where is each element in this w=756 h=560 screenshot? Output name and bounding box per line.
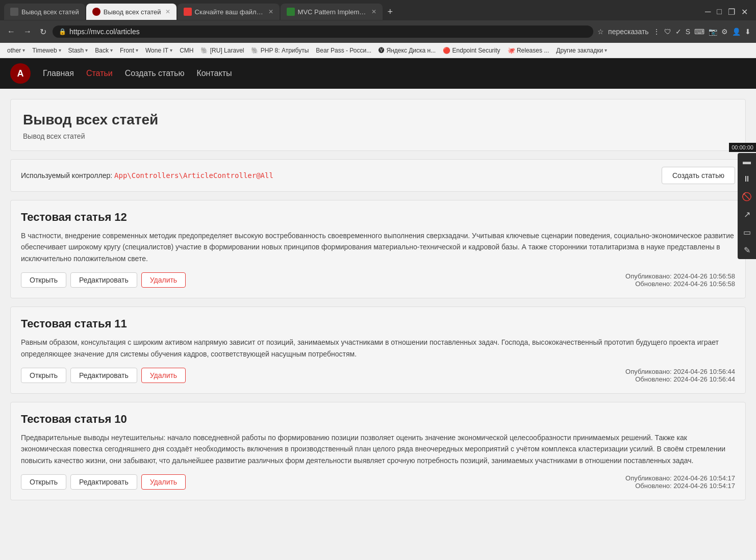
article-footer-10: Открыть Редактировать Удалить Опубликова… [21,474,735,490]
article-actions-10: Открыть Редактировать Удалить [21,474,186,490]
extension-icon-5[interactable]: 📷 [709,28,717,36]
article-footer-12: Открыть Редактировать Удалить Опубликова… [21,272,735,288]
bookmark-php-label: 🐘 PHP 8: Атрибуты [251,47,309,54]
side-icon-6[interactable]: ✎ [744,245,750,255]
download-icon[interactable]: ⬇ [745,28,751,36]
bookmark-cmh[interactable]: CMH [177,46,196,55]
address-input[interactable] [69,28,587,36]
create-article-button[interactable]: Создать статью [662,167,735,184]
app-nav-links: Главная Статьи Создать статью Контакты [43,69,232,78]
bookmark-back-label: Back [95,47,109,54]
extension-icon-1[interactable]: 🛡 [664,28,671,36]
controller-box: Используемый контроллер: App\Controllers… [10,159,746,192]
extension-icon-3[interactable]: S [686,28,690,36]
restore-icon[interactable]: ❐ [728,7,735,17]
nav-articles[interactable]: Статьи [86,69,113,78]
nav-create[interactable]: Создать статью [125,69,185,78]
bookmark-back[interactable]: Back ▾ [92,46,116,55]
tab-title-2: Вывод всех статей [104,8,161,16]
side-icon-4[interactable]: ↗ [744,210,750,219]
delete-button-11[interactable]: Удалить [141,368,186,383]
tab-inactive-1[interactable]: Вывод всех статей [4,4,85,20]
address-input-wrap: 🔒 [53,26,593,38]
articles-list: Тестовая статья 12 В частности, внедрени… [10,200,746,500]
new-tab-button[interactable]: + [384,7,397,17]
updated-10: Обновлено: 2024-04-26 10:54:17 [625,482,735,490]
lock-icon: 🔒 [59,28,66,35]
maximize-icon[interactable]: □ [717,7,722,16]
tab-close-3[interactable]: ✕ [268,8,273,15]
open-button-10[interactable]: Открыть [21,474,66,490]
side-icon-3[interactable]: 🚫 [742,192,752,201]
tab-inactive-3[interactable]: Скачайте ваш файл — Co... ✕ [178,4,280,20]
bookmark-icon[interactable]: ☆ [597,28,604,36]
bookmark-php[interactable]: 🐘 PHP 8: Атрибуты [248,46,312,55]
bookmark-others-label: Другие закладки [556,47,603,54]
bookmark-releases[interactable]: 🐙 Releases ... [505,46,552,55]
edit-button-12[interactable]: Редактировать [70,272,137,288]
menu-dots-icon[interactable]: ⋮ [653,28,660,36]
reload-button[interactable]: ↻ [38,25,48,39]
tab-favicon-2 [92,8,100,16]
side-icon-1[interactable]: ▬ [743,157,751,166]
bookmark-timeweb[interactable]: Timeweb ▾ [29,46,64,55]
published-12: Опубликовано: 2024-04-26 10:56:58 [625,272,735,280]
open-button-12[interactable]: Открыть [21,272,66,288]
article-title-12: Тестовая статья 12 [21,211,735,224]
published-10: Опубликовано: 2024-04-26 10:54:17 [625,474,735,482]
edit-button-10[interactable]: Редактировать [70,474,137,490]
bookmark-front[interactable]: Front ▾ [117,46,141,55]
bookmark-timeweb-arrow: ▾ [59,47,61,53]
app-logo: A [10,63,31,84]
bookmark-woneit-arrow: ▾ [170,47,172,53]
tab-active-2[interactable]: Вывод всех статей ✕ [86,4,177,20]
delete-button-10[interactable]: Удалить [141,474,186,490]
bookmark-bearpass[interactable]: Bear Pass - Росси... [313,46,374,55]
side-icon-2[interactable]: ⏸ [743,174,751,184]
bookmark-other-arrow: ▾ [22,47,25,53]
article-actions-11: Открыть Редактировать Удалить [21,368,186,383]
bookmark-others[interactable]: Другие закладки ▾ [553,46,610,55]
bookmark-releases-label: 🐙 Releases ... [508,47,549,54]
tab-close-4[interactable]: ✕ [371,8,376,15]
bookmark-endpoint[interactable]: 🔴 Endpoint Security [440,46,503,55]
extension-icon-6[interactable]: ⚙ [721,28,728,36]
side-panel-time: 00:00:00 [729,143,756,152]
edit-button-11[interactable]: Редактировать [70,368,137,383]
bookmark-stash[interactable]: Stash ▾ [65,46,91,55]
translate-icon[interactable]: пересказать [608,28,649,36]
tab-favicon-1 [10,8,18,16]
article-meta-12: Опубликовано: 2024-04-26 10:56:58 Обновл… [625,272,735,288]
tab-inactive-4[interactable]: MVC Pattern Implementati... ✕ [281,4,383,20]
open-button-11[interactable]: Открыть [21,368,66,383]
delete-button-12[interactable]: Удалить [141,272,186,288]
profile-icon[interactable]: 👤 [732,28,741,36]
forward-button[interactable]: → [21,25,34,38]
tab-favicon-3 [184,8,192,16]
updated-12: Обновлено: 2024-04-26 10:56:58 [625,280,735,288]
bookmark-endpoint-label: 🔴 Endpoint Security [443,47,500,54]
tab-close-2[interactable]: ✕ [165,8,170,15]
tab-group: Вывод всех статей Вывод всех статей ✕ Ск… [4,4,397,20]
controller-info: Используемый контроллер: App\Controllers… [21,171,273,180]
nav-contacts[interactable]: Контакты [196,69,232,78]
close-icon[interactable]: ✕ [741,7,748,17]
tab-favicon-4 [287,8,295,16]
bookmark-other[interactable]: other ▾ [4,46,28,55]
page-title: Вывод всех статей [23,112,733,128]
back-button[interactable]: ← [5,25,17,38]
article-actions-12: Открыть Редактировать Удалить [21,272,186,288]
bookmark-yandex[interactable]: 🅨 Яндекс Диска н... [375,46,439,55]
bookmark-laravel[interactable]: 🐘 [RU] Laravel [197,46,247,55]
extension-icon-2[interactable]: ✓ [675,28,682,36]
minimize-icon[interactable]: ─ [705,7,711,16]
bookmark-yandex-label: 🅨 Яндекс Диска н... [379,47,436,54]
nav-home[interactable]: Главная [43,69,74,78]
tab-title-1: Вывод всех статей [21,8,79,16]
side-icon-5[interactable]: ▭ [743,227,751,237]
bookmark-front-label: Front [120,47,134,54]
bookmark-woneit[interactable]: Wone IT ▾ [142,46,175,55]
extension-icon-4[interactable]: ⌨ [694,28,704,36]
bookmark-other-label: other [7,47,21,54]
side-panel: ▬ ⏸ 🚫 ↗ ▭ ✎ [738,153,756,259]
